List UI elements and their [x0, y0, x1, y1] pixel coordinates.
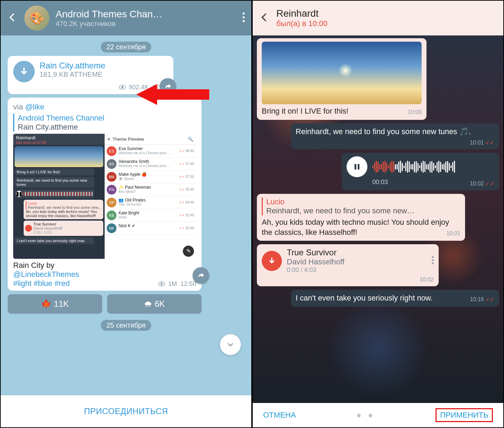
telegram-channel-pane: 🎨 Android Themes Chan… 470.2K участников… [0, 0, 252, 428]
views-icon [119, 84, 126, 91]
reply-quote[interactable]: Android Themes Channel Rain City.attheme [13, 114, 196, 132]
post-views: 1M [168, 280, 177, 287]
preview-header: Reinhardt был(а) в 10:00 [253, 1, 503, 35]
msg-time: 10:01 [446, 230, 460, 237]
back-icon[interactable] [259, 12, 270, 24]
outgoing-text-message[interactable]: Reinhardt, we need to find you some new … [291, 123, 499, 150]
audio-waveform[interactable] [372, 160, 494, 174]
post-time: 12:50 [180, 280, 196, 287]
channel-header: 🎨 Android Themes Chan… 470.2K участников [1, 1, 251, 35]
file-name: Rain City.attheme [40, 61, 105, 71]
download-icon[interactable] [13, 61, 35, 82]
apply-button[interactable]: ПРИМЕНИТЬ [436, 408, 493, 422]
svg-point-2 [243, 20, 245, 22]
outgoing-voice-message[interactable]: 00:03 10:02✓✓ [342, 153, 499, 190]
song-more-icon[interactable] [432, 256, 434, 266]
svg-point-7 [161, 283, 163, 285]
theme-preview-image: Reinhardt last seen at 07:49 Bring it on… [13, 134, 196, 259]
read-ticks-icon: ✓✓ [485, 140, 494, 146]
join-button[interactable]: ПРИСОЕДИНИТЬСЯ [1, 395, 251, 427]
svg-point-0 [243, 13, 245, 15]
msg-text: I can't even take you seriously right no… [296, 294, 433, 302]
incoming-audio-file[interactable]: True Survivor David Hasselhoff 0:00 / 4:… [257, 244, 439, 286]
reply-author: Lucio [266, 197, 460, 206]
incoming-reply-message[interactable]: Lucio Reinhardt, we need to find you som… [257, 194, 465, 241]
reactions-row: 🍁 11K 🌧 6K [8, 294, 202, 314]
reaction-rain[interactable]: 🌧 6K [107, 294, 202, 314]
page-indicator: ● ● [296, 410, 436, 420]
msg-text: Bring it on! I LIVE for this! [262, 107, 348, 115]
reaction-leaf[interactable]: 🍁 11K [8, 294, 102, 314]
reply-preview: Reinhardt, we need to find you some new… [266, 206, 460, 215]
svg-point-10 [432, 256, 433, 258]
song-artist: David Hasselhoff [287, 257, 344, 266]
song-title: True Survivor [287, 248, 344, 257]
svg-rect-9 [358, 164, 359, 170]
theme-preview-pane: Reinhardt был(а) в 10:00 Bring it on! I … [252, 0, 504, 428]
pv-search-icon: 🔍 [188, 137, 193, 142]
song-position: 0:00 / 4:03 [287, 266, 344, 274]
cancel-button[interactable]: ОТМЕНА [263, 411, 296, 420]
date-chip-1: 22 сентября [101, 42, 151, 52]
read-ticks-icon: ✓✓ [485, 181, 494, 187]
channel-avatar[interactable]: 🎨 [24, 6, 49, 31]
svg-point-11 [432, 259, 433, 261]
pv-last: I can't even take you seriously right no… [15, 237, 94, 244]
msg-time: 10:02 [470, 181, 484, 187]
channel-title: Android Themes Chan… [56, 9, 236, 20]
msg-time: 10:16 [470, 296, 484, 302]
caption-author-link[interactable]: @LinebeckThemes [13, 270, 196, 279]
pv-msg-2: Reinhardt, we need to find you some new … [15, 177, 94, 188]
date-chip-2: 25 сентября [101, 320, 151, 331]
pv-chat-name: Reinhardt [16, 135, 102, 140]
messages-container[interactable]: Bring it on! I LIVE for this! 10:00 Rein… [253, 35, 503, 313]
svg-marker-5 [136, 84, 209, 105]
chat-background: Bring it on! I LIVE for this! 10:00 Rein… [253, 35, 503, 403]
pv-edit-fab: ✎ [183, 246, 194, 257]
header-title-col[interactable]: Reinhardt был(а) в 10:00 [276, 8, 327, 28]
header-title-col[interactable]: Android Themes Chan… 470.2K участников [56, 9, 236, 28]
pv-chat-status: last seen at 07:49 [16, 140, 102, 145]
pv-chat-list: ESEva SummerReminds me of a Chinese prov… [105, 145, 196, 235]
pv-file: True Survivor David Hasselhoff 0:00 / 4:… [24, 221, 103, 236]
msg-time: 10:02 [420, 277, 434, 283]
preview-footer: ОТМЕНА ● ● ПРИМЕНИТЬ [253, 403, 503, 427]
back-icon[interactable] [7, 12, 18, 24]
pv-audio: ▮▮ [15, 189, 94, 198]
caption-tags[interactable]: #light #blue #red [13, 279, 158, 288]
chat-status: был(а) в 10:00 [276, 19, 327, 28]
msg-text: Reinhardt, we need to find you some new … [296, 127, 471, 136]
pv-reply: Lucio Reinhardt, we need to find you som… [24, 200, 103, 219]
outgoing-text-message-2[interactable]: I can't even take you seriously right no… [291, 290, 499, 307]
msg-text: Ah, you kids today with techno music! Yo… [262, 218, 449, 237]
channel-subtitle: 470.2K участников [56, 20, 236, 28]
quote-sub: Rain City.attheme [18, 123, 196, 132]
svg-point-12 [432, 262, 433, 264]
msg-time: 10:01 [470, 140, 484, 146]
chat-title: Reinhardt [276, 8, 327, 19]
pause-button[interactable] [347, 156, 367, 177]
msg-time: 10:00 [408, 109, 422, 115]
more-icon[interactable] [242, 12, 245, 24]
scroll-down-button[interactable] [220, 334, 241, 355]
quote-title: Android Themes Channel [18, 114, 196, 123]
post-card[interactable]: via @like Android Themes Channel Rain Ci… [8, 98, 202, 291]
post-meta-row: 1M 12:50 [158, 280, 196, 288]
views-icon [158, 281, 165, 288]
share-button-2[interactable] [193, 267, 209, 284]
channel-body[interactable]: 22 сентября Rain City.attheme 181,9 KB A… [1, 35, 251, 397]
red-arrow-annotation [136, 81, 213, 110]
svg-point-1 [243, 16, 245, 18]
download-song-icon[interactable] [262, 251, 282, 271]
svg-point-4 [121, 86, 123, 88]
svg-rect-8 [355, 164, 356, 170]
file-size: 181,9 KB ATTHEME [40, 71, 105, 79]
incoming-photo-message[interactable]: Bring it on! I LIVE for this! 10:00 [257, 38, 426, 120]
sunset-photo [262, 42, 422, 104]
pv-msg-1: Bring it on! I LIVE for this! [15, 168, 94, 175]
caption-author: Rain City by [13, 261, 196, 270]
reply-header[interactable]: Lucio Reinhardt, we need to find you som… [262, 197, 460, 215]
via-bot-link[interactable]: @like [25, 102, 44, 111]
read-ticks-icon: ✓✓ [485, 296, 494, 302]
